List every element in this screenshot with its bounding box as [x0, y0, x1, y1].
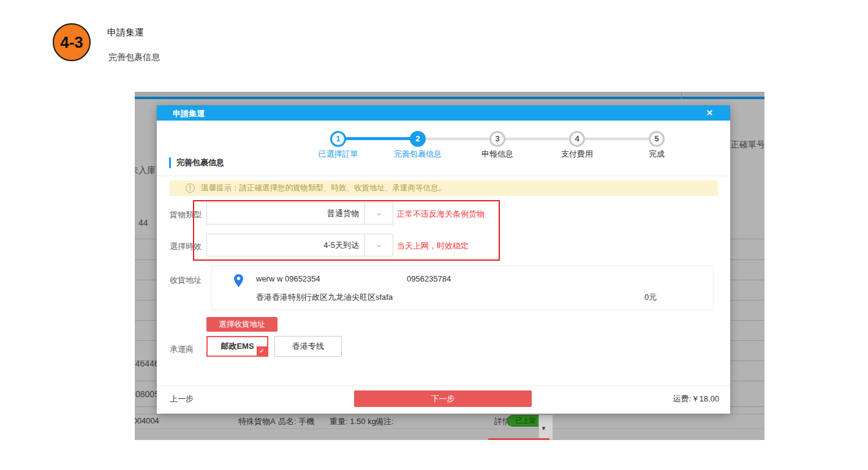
next-step-button[interactable]: 下一步	[354, 390, 532, 407]
prev-step-button[interactable]: 上一步	[170, 394, 194, 405]
background-button-partial	[488, 438, 549, 440]
step-circle: 3	[489, 131, 505, 147]
step-circle: 1	[330, 131, 346, 147]
delivery-time-label: 選擇時效	[170, 241, 202, 252]
lesson-step-badge: 4-3	[53, 23, 91, 61]
address-fee: 0元	[644, 292, 657, 303]
table-row-divider	[135, 414, 764, 414]
screenshot-canvas: 4-3 申請集運 完善包裹信息 未入庫 44 346446 08005 正確單号…	[0, 0, 868, 470]
notice-text: 溫馨提示：請正確選擇您的貨物類型、時效、收貨地址、承運商等信息。	[201, 183, 446, 193]
lesson-title: 申請集運	[107, 27, 144, 39]
close-icon[interactable]: ✕	[706, 108, 713, 118]
step-circle: 4	[569, 131, 585, 147]
recipient-address: 香港香港特别行政区九龙油尖旺区sfafa	[256, 292, 393, 303]
modal-header	[157, 105, 730, 121]
step-label: 完成	[617, 149, 696, 160]
background-topbar	[135, 92, 764, 97]
lesson-subtitle: 完善包裹信息	[108, 52, 160, 63]
dropdown-arrow-icon[interactable]: ▼	[541, 425, 546, 431]
section-title: 完善包裹信息	[169, 157, 224, 168]
step-2-package-info: 2 完善包裹信息	[378, 131, 458, 160]
footer-divider	[157, 386, 730, 386]
check-icon: ✓	[257, 346, 267, 356]
weight-cell: 重量: 1.50 kg	[330, 416, 376, 427]
select-address-button[interactable]: 選擇收貨地址	[206, 317, 277, 332]
carrier-option-hk-line[interactable]: 香港专线	[274, 336, 342, 357]
address-label: 收貨地址	[170, 275, 202, 286]
section-divider	[157, 176, 730, 176]
step-label: 申報信息	[458, 149, 537, 160]
carrier-name: 邮政EMS	[221, 341, 254, 352]
cargo-type-hint: 正常不违反海关条例货物	[397, 209, 485, 220]
background-tab-label: 未入庫	[135, 165, 156, 176]
step-3-declaration: 3 申報信息	[458, 131, 537, 160]
carrier-option-ems[interactable]: 邮政EMS ✓	[206, 336, 268, 357]
background-cell-partial: 44	[138, 218, 148, 228]
delivery-time-hint: 当天上网，时效稳定	[397, 241, 469, 252]
step-label: 完善包裹信息	[378, 149, 458, 160]
background-column-header: 正確單号	[731, 140, 764, 151]
recipient-phone: 0956235784	[407, 274, 451, 283]
background-cell-partial: 08005	[135, 389, 159, 399]
background-topbar-divider	[681, 92, 682, 99]
recipient-name: werw w 09652354	[256, 274, 320, 283]
background-topbar-accent	[135, 97, 764, 99]
carrier-name: 香港专线	[292, 341, 324, 352]
cargo-type-value: 普通货物	[207, 203, 359, 224]
apply-consolidation-modal: 申請集運 ✕ 1 已選擇訂單 2 完善包裹信息 3 申報信息 4 支付費用 5 …	[157, 105, 730, 414]
delivery-time-select[interactable]: 4-5天到达 ⌄	[206, 234, 393, 256]
step-label: 支付費用	[537, 149, 617, 160]
location-pin-icon	[234, 274, 243, 287]
address-card[interactable]: werw w 09652354 0956235784 香港香港特别行政区九龙油尖…	[211, 266, 714, 310]
step-1-selected-orders: 1 已選擇訂單	[298, 131, 378, 160]
chevron-down-icon[interactable]: ⌄	[364, 203, 393, 224]
carrier-label: 承運商	[170, 344, 194, 355]
modal-title: 申請集運	[173, 108, 205, 119]
chevron-down-icon[interactable]: ⌄	[364, 234, 393, 256]
step-circle: 5	[649, 131, 665, 147]
cargo-type-label: 貨物類型	[170, 209, 202, 220]
order-number-cell: 08004004	[135, 416, 159, 425]
notice-banner: ! 溫馨提示：請正確選擇您的貨物類型、時效、收貨地址、承運商等信息。	[170, 181, 718, 196]
step-label: 已選擇訂單	[298, 149, 378, 160]
step-circle: 2	[410, 131, 426, 147]
table-row-divider	[135, 428, 764, 429]
step-4-payment: 4 支付費用	[537, 131, 617, 160]
shipping-fee: 运费:￥18.00	[673, 394, 719, 405]
remark-cell: 備注:	[376, 416, 394, 427]
cargo-type-cell: 特殊貨物A	[238, 416, 276, 427]
warning-icon: !	[186, 184, 195, 193]
step-5-complete: 5 完成	[617, 131, 696, 160]
delivery-time-value: 4-5天到达	[207, 234, 359, 256]
product-name-cell: 品名: 手機	[278, 416, 314, 427]
cargo-type-select[interactable]: 普通货物 ⌄	[206, 202, 393, 225]
